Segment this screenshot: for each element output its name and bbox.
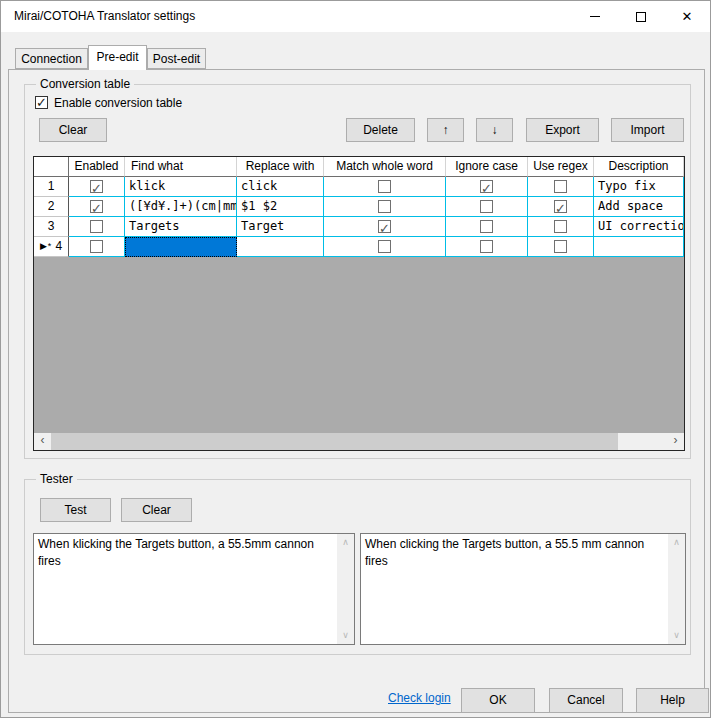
cancel-button[interactable]: Cancel — [549, 688, 623, 713]
clear-table-button[interactable]: Clear — [39, 118, 107, 142]
cell-whole-word-2[interactable] — [324, 197, 446, 217]
cell-enabled-1[interactable] — [69, 177, 125, 197]
row-header-1[interactable]: 1 — [34, 177, 69, 197]
scroll-down-icon[interactable]: ∨ — [668, 627, 685, 644]
column-header-ignore-case[interactable]: Ignore case — [446, 157, 528, 177]
move-down-button[interactable]: ↓ — [476, 118, 513, 142]
cell-whole-word-4[interactable] — [324, 237, 446, 257]
enabled-checkbox[interactable] — [90, 220, 103, 233]
enabled-checkbox[interactable] — [90, 240, 103, 253]
use-regex-checkbox[interactable] — [554, 200, 567, 213]
tab-connection[interactable]: Connection — [15, 48, 88, 69]
scroll-up-icon[interactable]: ∧ — [668, 534, 685, 551]
minimize-icon — [590, 16, 600, 17]
maximize-button[interactable] — [618, 1, 664, 32]
close-button[interactable]: ✕ — [664, 1, 710, 32]
scroll-down-icon[interactable]: ∨ — [337, 627, 354, 644]
table-row-3: 3 Targets Target UI correction — [34, 217, 684, 237]
cell-use-regex-3[interactable] — [528, 217, 594, 237]
scroll-right-icon[interactable]: › — [667, 433, 684, 450]
column-header-use-regex[interactable]: Use regex — [528, 157, 594, 177]
row-header-4[interactable]: ▶*4 — [34, 237, 69, 257]
row-header-3[interactable]: 3 — [34, 217, 69, 237]
check-login-link[interactable]: Check login — [388, 688, 458, 708]
whole-word-checkbox[interactable] — [378, 220, 391, 233]
enable-conversion-label: Enable conversion table — [54, 96, 182, 110]
tester-output-text[interactable]: When clicking the Targets button, a 55.5… — [361, 534, 668, 644]
cell-ignore-case-4[interactable] — [446, 237, 528, 257]
tester-input-scrollbar[interactable]: ∧ ∨ — [337, 534, 354, 644]
ignore-case-checkbox[interactable] — [480, 200, 493, 213]
tester-input-textbox[interactable]: When klicking the Targets button, a 55.5… — [33, 533, 355, 645]
tester-clear-button[interactable]: Clear — [121, 498, 192, 522]
cell-description-2[interactable]: Add space — [594, 197, 684, 217]
enabled-checkbox[interactable] — [90, 180, 103, 193]
cell-use-regex-4[interactable] — [528, 237, 594, 257]
tester-input-text[interactable]: When klicking the Targets button, a 55.5… — [34, 534, 337, 644]
cell-find-2[interactable]: ([¥d¥.]+)(cm|mm) — [125, 197, 237, 217]
tester-output-scrollbar[interactable]: ∧ ∨ — [668, 534, 685, 644]
cell-find-1[interactable]: klick — [125, 177, 237, 197]
enabled-checkbox[interactable] — [90, 200, 103, 213]
whole-word-checkbox[interactable] — [378, 200, 391, 213]
cell-find-3[interactable]: Targets — [125, 217, 237, 237]
row-header-2[interactable]: 2 — [34, 197, 69, 217]
grid-empty-area — [34, 257, 684, 433]
tab-pre-edit[interactable]: Pre-edit — [88, 45, 147, 70]
test-button[interactable]: Test — [40, 498, 111, 522]
tab-page-pre-edit: Conversion table Enable conversion table… — [8, 69, 705, 713]
cell-find-4-selected[interactable] — [125, 237, 237, 257]
whole-word-checkbox[interactable] — [378, 180, 391, 193]
cell-replace-1[interactable]: click — [237, 177, 324, 197]
cell-ignore-case-1[interactable] — [446, 177, 528, 197]
column-header-match-whole-word[interactable]: Match whole word — [324, 157, 446, 177]
minimize-button[interactable] — [572, 1, 618, 32]
use-regex-checkbox[interactable] — [554, 180, 567, 193]
ignore-case-checkbox[interactable] — [480, 240, 493, 253]
scroll-left-icon[interactable]: ‹ — [34, 433, 51, 450]
ignore-case-checkbox[interactable] — [480, 180, 493, 193]
delete-row-button[interactable]: Delete — [346, 118, 415, 142]
cell-description-1[interactable]: Typo fix — [594, 177, 684, 197]
grid-corner-header[interactable] — [34, 157, 69, 177]
cell-enabled-4[interactable] — [69, 237, 125, 257]
help-button[interactable]: Help — [636, 688, 709, 713]
grid-body: 1 klick click Typo fix 2 ([¥d¥.]+)(cm|mm… — [34, 177, 684, 257]
cell-ignore-case-2[interactable] — [446, 197, 528, 217]
scroll-up-icon[interactable]: ∧ — [337, 534, 354, 551]
grid-horizontal-scrollbar[interactable]: ‹ › — [34, 433, 684, 450]
scrollbar-thumb[interactable] — [51, 433, 618, 450]
title-bar[interactable]: Mirai/COTOHA Translator settings ✕ — [1, 1, 710, 32]
cell-replace-3[interactable]: Target — [237, 217, 324, 237]
tester-output-textbox[interactable]: When clicking the Targets button, a 55.5… — [360, 533, 686, 645]
column-header-description[interactable]: Description — [594, 157, 684, 177]
cell-whole-word-3[interactable] — [324, 217, 446, 237]
tab-post-edit[interactable]: Post-edit — [147, 48, 206, 69]
conversion-table-group-label: Conversion table — [36, 77, 134, 92]
maximize-icon — [636, 12, 646, 22]
cell-replace-4[interactable] — [237, 237, 324, 257]
cell-ignore-case-3[interactable] — [446, 217, 528, 237]
column-header-replace-with[interactable]: Replace with — [237, 157, 324, 177]
cell-whole-word-1[interactable] — [324, 177, 446, 197]
enable-conversion-row: Enable conversion table — [35, 95, 182, 110]
use-regex-checkbox[interactable] — [554, 240, 567, 253]
cell-replace-2[interactable]: $1 $2 — [237, 197, 324, 217]
cell-enabled-2[interactable] — [69, 197, 125, 217]
cell-use-regex-1[interactable] — [528, 177, 594, 197]
export-button[interactable]: Export — [526, 118, 599, 142]
column-header-enabled[interactable]: Enabled — [69, 157, 125, 177]
use-regex-checkbox[interactable] — [554, 220, 567, 233]
import-button[interactable]: Import — [611, 118, 684, 142]
move-up-button[interactable]: ↑ — [427, 118, 464, 142]
ignore-case-checkbox[interactable] — [480, 220, 493, 233]
cell-description-3[interactable]: UI correction — [594, 217, 684, 237]
column-header-find-what[interactable]: Find what — [125, 157, 237, 177]
conversion-table-group: Conversion table Enable conversion table… — [24, 84, 691, 459]
cell-description-4[interactable] — [594, 237, 684, 257]
enable-conversion-checkbox[interactable] — [35, 96, 48, 109]
cell-enabled-3[interactable] — [69, 217, 125, 237]
cell-use-regex-2[interactable] — [528, 197, 594, 217]
whole-word-checkbox[interactable] — [378, 240, 391, 253]
ok-button[interactable]: OK — [461, 688, 535, 713]
